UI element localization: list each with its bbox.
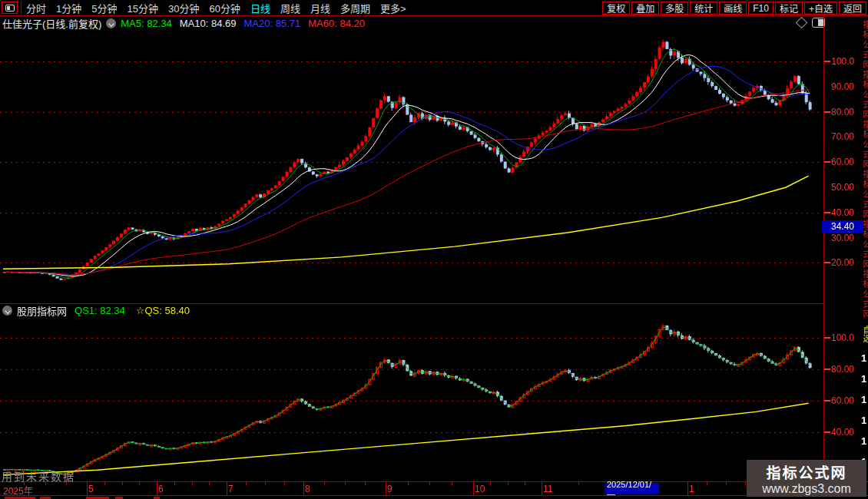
month-tick: [473, 482, 474, 495]
month-label: 6: [158, 484, 164, 494]
date-axis[interactable]: 2025年56789101112025/12/01/—: [0, 482, 868, 495]
axis-tick: [824, 262, 830, 263]
toolbar-button-6[interactable]: 标记: [775, 2, 803, 15]
week-tick: [122, 482, 123, 485]
main-chart-canvas[interactable]: [0, 29, 823, 303]
week-tick: [408, 482, 409, 485]
axis-label: 40.00: [831, 207, 862, 218]
axis-tick: [824, 368, 830, 370]
week-tick: [104, 482, 105, 485]
period-item-6[interactable]: 日线: [250, 1, 270, 15]
period-item-3[interactable]: 15分钟: [127, 1, 157, 15]
toolbar-button-7[interactable]: +自选: [804, 2, 837, 15]
week-tick: [174, 482, 175, 485]
month-tick: [87, 482, 88, 495]
future-data-note: 用到未来数据: [2, 468, 75, 484]
strip-mid-text: 自选: [860, 326, 868, 352]
month-label: 11: [543, 484, 552, 494]
axis-label: 30.00: [831, 233, 862, 243]
month-label: 1: [689, 484, 694, 494]
axis-tick: [824, 161, 830, 163]
toolbar-button-1[interactable]: 叠加: [631, 2, 659, 15]
stock-title[interactable]: 仕佳光子(日线.前复权): [2, 16, 101, 31]
axis-label: 90.00: [831, 81, 862, 92]
strip-row-number: 1: [861, 373, 866, 385]
trading-app-window: 分时1分钟5分钟15分钟30分钟60分钟日线周线月线多周期更多> 复权叠加多股统…: [0, 0, 868, 499]
month-tick: [227, 482, 227, 495]
month-label: 5: [88, 484, 94, 494]
week-tick: [246, 482, 247, 485]
axis-label: 60.00: [831, 395, 862, 406]
chevron-down-icon[interactable]: [2, 306, 12, 316]
week-tick: [578, 482, 579, 485]
header-icons: [797, 18, 825, 28]
month-tick: [157, 482, 157, 495]
toolbar-button-0[interactable]: 复权: [602, 2, 630, 15]
week-tick: [365, 482, 366, 485]
watermark-title: 指标公式网: [766, 461, 846, 482]
axis-label: 60.00: [831, 157, 862, 167]
chevron-down-icon[interactable]: [106, 18, 116, 28]
axis-tick: [824, 111, 830, 113]
axis-label: 100.0: [831, 332, 862, 343]
toolbar-button-5[interactable]: F10: [748, 2, 774, 15]
period-item-4[interactable]: 30分钟: [168, 1, 199, 15]
indicator-name[interactable]: 股朋指标网: [17, 303, 67, 318]
period-item-10[interactable]: 更多>: [380, 1, 406, 15]
month-label: 7: [228, 484, 234, 494]
toolbar-button-2[interactable]: 多股: [661, 2, 688, 15]
toolbar-button-4[interactable]: 画线: [719, 2, 747, 15]
axis-tick: [824, 400, 830, 402]
period-item-0[interactable]: 分时: [26, 1, 46, 15]
period-item-1[interactable]: 1分钟: [56, 1, 81, 15]
strip-row-number: 1: [861, 435, 866, 447]
period-item-5[interactable]: 60分钟: [209, 1, 240, 15]
month-tick: [386, 482, 386, 495]
toolbar-separator: [21, 1, 22, 15]
week-tick: [324, 482, 325, 485]
week-tick: [452, 482, 452, 485]
axis-label: 20.00: [831, 257, 862, 268]
ma-value-0: MA5: 82.34: [121, 18, 172, 29]
panel-separator: [0, 303, 823, 304]
month-tick: [303, 482, 304, 495]
period-item-8[interactable]: 月线: [310, 1, 330, 15]
week-tick: [726, 482, 727, 485]
week-tick: [265, 482, 266, 485]
axis-label: 80.00: [831, 107, 862, 117]
strip-row-number: 1: [861, 352, 866, 364]
month-tick: [542, 482, 542, 495]
period-item-7[interactable]: 周线: [280, 1, 300, 15]
qs1-value: QS1: 82.34: [75, 305, 125, 316]
toolbar-button-3[interactable]: 统计: [690, 2, 717, 15]
ma-value-1: MA10: 84.69: [180, 18, 237, 29]
week-tick: [192, 482, 193, 485]
week-tick: [429, 482, 430, 485]
top-toolbar: 分时1分钟5分钟15分钟30分钟60分钟日线周线月线多周期更多> 复权叠加多股统…: [0, 0, 868, 16]
axis-tick: [824, 431, 830, 433]
month-label: 8: [305, 484, 310, 494]
indicator-chart-canvas[interactable]: [0, 316, 823, 481]
price-marker-badge: 34.40: [822, 220, 863, 233]
site-watermark: 指标公式网 www.zbgs3.com: [747, 460, 866, 497]
period-item-9[interactable]: 多周期: [340, 1, 370, 15]
qs-value: ☆QS: 58.40: [136, 305, 190, 316]
month-label: 10: [475, 484, 485, 494]
right-side-strip: 指标公式网指标公式网指标公式网指标公式网指标公式网指标公式网 自选 111111…: [860, 0, 868, 499]
week-tick: [209, 482, 210, 485]
month-label: 9: [387, 484, 393, 494]
strip-row-number: 1: [861, 415, 866, 426]
period-item-2[interactable]: 5分钟: [91, 1, 117, 15]
date-highlight-badge: 2025/12/01/—: [605, 483, 659, 494]
diamond-icon[interactable]: [796, 17, 808, 29]
ma-value-2: MA20: 85.71: [244, 18, 301, 29]
status-bar-sliver: [0, 496, 868, 499]
axis-label: 100.0: [831, 56, 862, 67]
month-tick: [687, 482, 688, 495]
week-tick: [284, 482, 285, 485]
axis-label: 70.00: [831, 131, 862, 142]
date-year-label: 2025年: [3, 484, 33, 497]
window-pane-icon[interactable]: [2, 2, 18, 14]
axis-left-border: [823, 16, 824, 495]
week-tick: [707, 482, 707, 485]
